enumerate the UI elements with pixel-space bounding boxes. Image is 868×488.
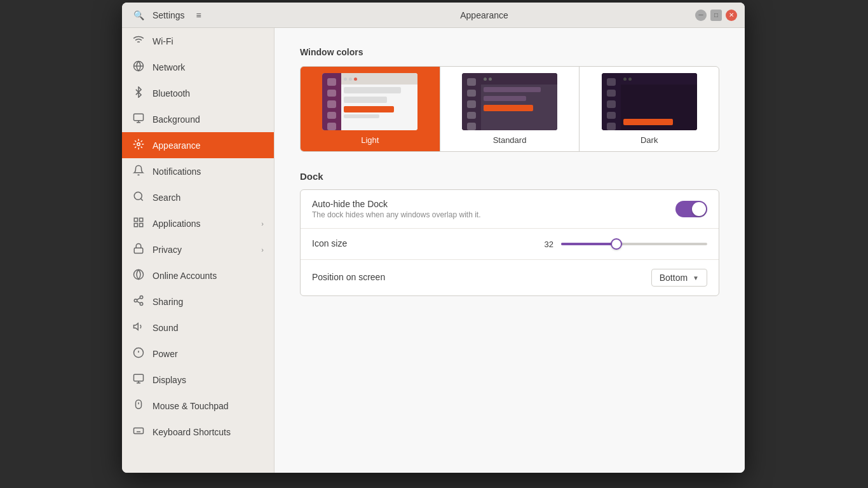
- sidebar-item-keyboard[interactable]: Keyboard Shortcuts: [122, 419, 274, 445]
- dropdown-arrow-icon: ▼: [693, 274, 699, 281]
- network-icon: [132, 60, 145, 74]
- sidebar-item-online-accounts[interactable]: Online Accounts: [122, 262, 274, 288]
- titlebar: 🔍 Settings ≡ Appearance ─ □ ✕: [122, 3, 745, 28]
- toggle-thumb: [692, 202, 706, 216]
- close-icon: ✕: [729, 11, 734, 18]
- svg-point-14: [140, 296, 143, 299]
- maximize-icon: □: [714, 11, 718, 18]
- sidebar-label-wifi: Wi-Fi: [153, 36, 264, 46]
- svg-line-17: [137, 301, 140, 303]
- sidebar-item-search[interactable]: Search: [122, 184, 274, 210]
- theme-option-standard[interactable]: Standard: [440, 67, 580, 151]
- svg-rect-9: [140, 218, 143, 221]
- dock-card: Auto-hide the Dock The dock hides when a…: [300, 189, 719, 296]
- svg-point-15: [134, 299, 137, 302]
- sidebar-label-applications: Applications: [153, 219, 254, 229]
- applications-arrow: ›: [261, 220, 264, 227]
- theme-option-light[interactable]: Light: [301, 67, 440, 151]
- theme-option-dark[interactable]: Dark: [579, 67, 719, 151]
- hamburger-icon: ≡: [196, 10, 201, 20]
- sidebar-item-bluetooth[interactable]: Bluetooth: [122, 80, 274, 106]
- sound-icon: [132, 321, 145, 334]
- sidebar-item-appearance[interactable]: Appearance: [122, 132, 274, 158]
- main-panel: Window colors: [275, 28, 745, 473]
- wifi-icon: [132, 34, 145, 48]
- minimize-icon: ─: [698, 11, 703, 18]
- close-button[interactable]: ✕: [726, 10, 737, 21]
- sidebar-item-sharing[interactable]: Sharing: [122, 288, 274, 315]
- sidebar-item-wifi[interactable]: Wi-Fi: [122, 28, 274, 54]
- hamburger-button[interactable]: ≡: [190, 6, 208, 24]
- mouse-icon: [132, 399, 145, 412]
- sidebar-label-power: Power: [153, 349, 264, 359]
- privacy-arrow: ›: [261, 246, 264, 254]
- sidebar-label-search: Search: [153, 193, 264, 203]
- privacy-icon: [132, 243, 145, 256]
- position-text: Position on screen: [312, 272, 651, 283]
- slider-fill: [561, 243, 616, 245]
- position-control: Bottom ▼: [651, 269, 707, 287]
- sharing-icon: [132, 295, 145, 308]
- sidebar-label-sharing: Sharing: [153, 297, 264, 307]
- search-button[interactable]: 🔍: [130, 6, 147, 24]
- slider-track: [561, 243, 707, 245]
- icon-size-label: Icon size: [312, 238, 538, 248]
- theme-preview-standard: [462, 73, 557, 130]
- sidebar-item-applications[interactable]: Applications ›: [122, 210, 274, 236]
- theme-label-light: Light: [361, 135, 379, 145]
- window-controls: ─ □ ✕: [686, 10, 737, 21]
- sidebar-label-sound: Sound: [153, 323, 264, 333]
- position-dropdown[interactable]: Bottom ▼: [651, 269, 707, 287]
- autohide-control: [675, 201, 707, 217]
- svg-point-13: [134, 270, 144, 280]
- slider-thumb[interactable]: [611, 238, 622, 250]
- autohide-row: Auto-hide the Dock The dock hides when a…: [301, 190, 719, 229]
- sidebar-label-online-accounts: Online Accounts: [153, 271, 264, 281]
- online-accounts-icon: [132, 269, 145, 282]
- theme-preview-dark: [602, 73, 697, 130]
- page-title: Appearance: [282, 10, 686, 20]
- sidebar-item-privacy[interactable]: Privacy ›: [122, 236, 274, 262]
- svg-rect-12: [134, 248, 143, 253]
- icon-size-control: 32: [538, 238, 707, 250]
- titlebar-left: 🔍 Settings ≡: [130, 6, 282, 24]
- svg-line-18: [137, 298, 140, 300]
- svg-rect-10: [140, 224, 143, 227]
- bluetooth-icon: [132, 86, 145, 100]
- sidebar-item-displays[interactable]: Displays: [122, 367, 274, 393]
- minimize-button[interactable]: ─: [695, 10, 707, 21]
- sidebar-item-power[interactable]: Power: [122, 341, 274, 367]
- svg-point-16: [140, 302, 143, 306]
- sidebar-item-background[interactable]: Background: [122, 106, 274, 132]
- maximize-button[interactable]: □: [710, 10, 722, 21]
- svg-rect-11: [134, 224, 137, 227]
- sidebar-item-network[interactable]: Network: [122, 54, 274, 80]
- svg-rect-8: [134, 218, 137, 221]
- sidebar-label-mouse: Mouse & Touchpad: [153, 401, 264, 411]
- sidebar-item-mouse[interactable]: Mouse & Touchpad: [122, 393, 274, 419]
- appearance-icon: [132, 139, 145, 152]
- autohide-label: Auto-hide the Dock: [312, 199, 675, 209]
- search-sidebar-icon: [132, 191, 145, 204]
- sidebar-label-appearance: Appearance: [153, 140, 264, 151]
- sidebar-item-notifications[interactable]: Notifications: [122, 158, 274, 184]
- svg-rect-27: [134, 428, 144, 434]
- sidebar-item-sound[interactable]: Sound: [122, 315, 274, 341]
- displays-icon: [132, 373, 145, 386]
- svg-rect-2: [134, 114, 144, 121]
- theme-grid: Light: [300, 66, 719, 152]
- theme-preview-light: [322, 73, 417, 130]
- icon-size-slider[interactable]: [561, 238, 707, 250]
- theme-label-standard: Standard: [493, 135, 527, 145]
- notifications-icon: [132, 165, 145, 178]
- svg-point-5: [137, 143, 140, 146]
- svg-line-7: [140, 198, 142, 200]
- dock-section-title: Dock: [300, 171, 719, 182]
- sidebar-label-privacy: Privacy: [153, 245, 254, 255]
- sidebar-label-background: Background: [153, 114, 264, 125]
- autohide-toggle[interactable]: [675, 201, 707, 217]
- sidebar-label-notifications: Notifications: [153, 166, 264, 177]
- svg-rect-22: [134, 374, 144, 381]
- applications-icon: [132, 217, 145, 230]
- sidebar-label-displays: Displays: [153, 375, 264, 385]
